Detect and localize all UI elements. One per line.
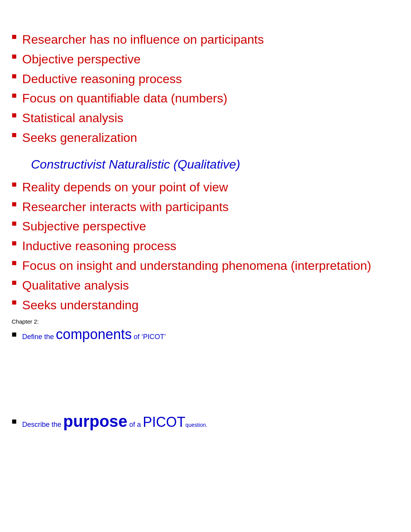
bullet-icon: ■	[12, 179, 17, 191]
item-text: Reality depends on your point of view	[22, 179, 228, 196]
list-item: ■Researcher has no influence on particip…	[8, 31, 403, 48]
bullet-icon: ■	[12, 70, 17, 82]
list-item: ■Researcher interacts with participants	[8, 198, 403, 216]
bullet-icon: ■	[12, 90, 17, 102]
bullet-icon: ■	[12, 297, 17, 309]
item-text: Focus on insight and understanding pheno…	[22, 257, 371, 275]
chapter-item-text: Define the components of ‘PICOT’	[22, 326, 166, 343]
item-text: Subjective perspective	[22, 218, 146, 235]
bullet-icon: ■	[12, 198, 17, 210]
bullet-icon: ■	[12, 109, 17, 121]
item-text: Seeks generalization	[22, 129, 137, 147]
list-item: ■Subjective perspective	[8, 218, 403, 235]
list-item: ■Focus on insight and understanding phen…	[8, 257, 403, 275]
list-item: ■Seeks generalization	[8, 129, 403, 147]
item-text: Inductive reasoning process	[22, 237, 176, 255]
bullet-icon: ■	[12, 218, 17, 230]
item-text: Objective perspective	[22, 51, 140, 68]
list-item: ■Qualitative analysis	[8, 277, 403, 294]
bullet-icon: ■	[12, 51, 17, 63]
item-text: Deductive reasoning process	[22, 70, 182, 88]
bullet-icon: ■	[12, 237, 17, 249]
list-item: ■Focus on quantifiable data (numbers)	[8, 90, 403, 107]
bullet-icon: ■	[12, 277, 17, 289]
item-text: Seeks understanding	[22, 297, 139, 314]
item-text: Researcher interacts with participants	[22, 198, 229, 216]
chapter2-items: ■ Define the components of ‘PICOT’ ■ Des…	[8, 326, 403, 431]
section-header-container: Constructivist Naturalistic (Qualitative…	[8, 157, 403, 172]
list-item: ■Seeks understanding	[8, 297, 403, 314]
bullet-icon: ■	[12, 129, 17, 141]
list-item: ■Reality depends on your point of view	[8, 179, 403, 196]
chapter-item-text: Describe the purpose of a PICOTquestion.	[22, 412, 207, 431]
item-text: Statistical analysis	[22, 109, 123, 127]
item-text: Focus on quantifiable data (numbers)	[22, 90, 227, 107]
section-header: Constructivist Naturalistic (Qualitative…	[31, 157, 403, 172]
bullet-icon: ■	[12, 31, 17, 43]
chapter-label: Chapter 2:	[8, 318, 403, 325]
quantitative-list: ■Researcher has no influence on particip…	[8, 31, 403, 147]
list-item: ■Deductive reasoning process	[8, 70, 403, 88]
chapter-bullet-icon: ■	[12, 329, 17, 339]
item-text: Qualitative analysis	[22, 277, 129, 294]
item-text: Researcher has no influence on participa…	[22, 31, 264, 48]
list-item: ■Statistical analysis	[8, 109, 403, 127]
chapter-item: ■ Describe the purpose of a PICOTquestio…	[8, 412, 403, 431]
bullet-icon: ■	[12, 257, 17, 269]
list-item: ■Inductive reasoning process	[8, 237, 403, 255]
chapter-bullet-icon: ■	[12, 416, 17, 426]
list-item: ■Objective perspective	[8, 51, 403, 68]
qualitative-list: ■Reality depends on your point of view■R…	[8, 179, 403, 314]
chapter-item: ■ Define the components of ‘PICOT’	[8, 326, 403, 343]
